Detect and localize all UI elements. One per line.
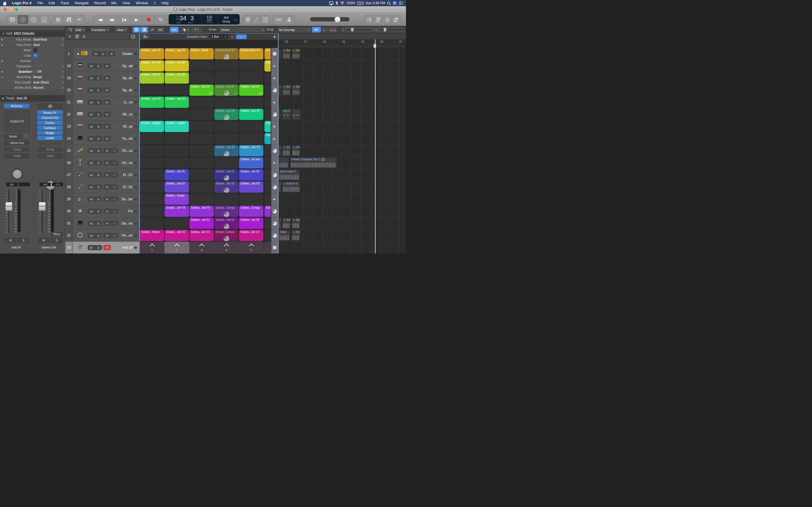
loop-cell[interactable]: Solaris...rds 02 <box>214 169 239 180</box>
empty-cell-slot[interactable] <box>140 145 164 156</box>
lcd-tempo[interactable]: 122 KEEP TEMPO <box>202 14 218 24</box>
apple-menu[interactable] <box>0 1 9 5</box>
track-input-monitor-button[interactable]: I <box>110 209 117 214</box>
cell-inspector-header[interactable]: ▼ Cell: MIDI Defaults <box>0 31 65 37</box>
track-solo-button[interactable]: S <box>95 88 102 93</box>
cell-play-mode-row[interactable]: ▶Play Mode:Start/Stop▴▾ <box>0 37 65 42</box>
loop-cell[interactable]: Solaris...peggio <box>140 121 164 132</box>
arrange-region[interactable]: ◇ Sol <box>282 145 291 156</box>
lcd-position[interactable]: 034 3 BARBEAT <box>168 14 202 24</box>
track-record-button[interactable]: R <box>104 173 110 177</box>
track-header[interactable]: 21MSRLi...ss <box>65 96 139 108</box>
track-mute-button[interactable]: M <box>88 209 95 214</box>
empty-cell-slot[interactable] <box>190 169 214 180</box>
lcd-mode-chevron[interactable] <box>235 14 238 24</box>
grid-divider-cell[interactable] <box>271 217 278 230</box>
loop-cell[interactable]: Solaris...rds 01 <box>214 84 239 96</box>
arrange-region[interactable]: ◇ Sol <box>282 48 291 59</box>
track-record-button[interactable]: R <box>104 124 110 129</box>
close-window-button[interactable] <box>4 8 7 11</box>
track-mute-button[interactable]: M <box>88 173 95 177</box>
arrange-region[interactable]: ◇ Sol <box>292 145 300 156</box>
arrange-track-lane[interactable] <box>278 60 406 72</box>
cell-transpose-row[interactable]: Transpose:▴▾ <box>0 64 65 69</box>
track-record-button[interactable]: R <box>104 221 110 226</box>
empty-cell-slot[interactable] <box>264 109 271 120</box>
cell-progress-icon[interactable] <box>273 209 277 214</box>
track-record-button[interactable]: R <box>104 161 110 165</box>
fader-right[interactable]: 0-3-6-9-12-15-18-21-24-30-35-40-45-50-60… <box>38 189 54 233</box>
scene-speaker-icon[interactable]: ◀▷ <box>273 125 276 128</box>
spotlight-icon[interactable] <box>387 1 391 5</box>
track-header[interactable]: 28MSRIEl...02 <box>65 181 139 193</box>
arrange-region[interactable]: l <box>278 218 281 229</box>
grid-edit-mode-button[interactable]: R <box>141 34 150 39</box>
empty-cell-slot[interactable] <box>214 133 239 144</box>
track-header[interactable]: 22MSRMi...zz <box>65 108 139 121</box>
arrange-region[interactable]: l <box>278 145 281 156</box>
empty-plugin-slot[interactable] <box>37 141 63 145</box>
notification-center-icon[interactable] <box>399 1 403 5</box>
scene-speaker-icon[interactable]: ◀▷ <box>273 137 276 140</box>
menu-item-edit[interactable]: Edit <box>46 1 58 5</box>
loop-cell[interactable]: Solaris...ser FX <box>165 206 189 217</box>
solo-button[interactable]: S <box>261 15 269 24</box>
plugin-slot-button[interactable]: SubBass <box>37 126 63 130</box>
track-record-button[interactable]: R <box>104 112 110 117</box>
empty-cell-slot[interactable] <box>140 133 164 144</box>
cell-progress-icon[interactable] <box>273 173 277 177</box>
airplay-icon[interactable] <box>329 1 334 5</box>
note-pads-button[interactable] <box>374 15 383 24</box>
loop-cell[interactable]: Solaris...rds 02 <box>165 181 189 193</box>
cell-play-from-row[interactable]: ▶Play From:Start▴▾ <box>0 42 65 48</box>
fader-thumb[interactable] <box>39 202 45 211</box>
menu-item-navigate[interactable]: Navigate <box>72 1 91 5</box>
track-inspector-header[interactable]: ▶ Track: Inst 24 <box>0 95 65 101</box>
cell-stop-icon[interactable] <box>273 52 276 55</box>
track-input-monitor-button[interactable]: I <box>110 185 117 189</box>
track-record-button[interactable]: R <box>104 209 110 214</box>
track-solo-button[interactable]: S <box>95 185 102 189</box>
track-header-config-button[interactable] <box>129 34 137 40</box>
menu-item-help[interactable]: Help <box>158 1 171 5</box>
loop-cell[interactable]: Solaris...ass 01 <box>239 109 263 120</box>
loop-checkbox[interactable] <box>33 54 38 58</box>
track-record-enable-dot[interactable] <box>135 198 137 201</box>
minimize-window-button[interactable] <box>9 8 12 11</box>
loop-cell[interactable]: Solaris...rds 01 <box>190 218 214 229</box>
grid-divider-cell[interactable] <box>271 181 278 193</box>
quantize-start-value[interactable]: 1 Bar▴▾ <box>210 34 227 39</box>
grid-divider-cell[interactable]: ◀▷ <box>271 72 278 84</box>
empty-cell-slot[interactable] <box>140 193 164 205</box>
loop-cell[interactable]: Solaris...himes <box>140 230 164 241</box>
arrange-track-lane[interactable]: ◇ Sol◇ Sol <box>278 48 406 60</box>
loop-cell[interactable]: Solaris...ker 01 <box>190 230 214 241</box>
cell-progress-icon[interactable] <box>273 233 277 238</box>
empty-cell-slot[interactable] <box>239 121 263 132</box>
loop-cell[interactable]: Solaris...Conga <box>214 206 239 217</box>
track-solo-button[interactable]: S <box>95 233 102 238</box>
loop-cell-clipped[interactable]: Sol <box>264 48 271 59</box>
track-input-monitor-button[interactable]: I <box>110 149 117 153</box>
arrange-region[interactable]: Solaris Chopped Vox.1OO <box>290 157 337 168</box>
track-solo-button[interactable]: S <box>95 100 102 105</box>
track-record-button[interactable]: R <box>104 136 110 141</box>
plugin-slot-button[interactable]: Multipr <box>37 131 63 135</box>
loop-cell[interactable]: Solaris...rds 03 <box>214 181 239 193</box>
menu-item-file[interactable]: File <box>35 1 46 5</box>
track-record-enable-dot[interactable] <box>135 162 137 164</box>
editors-button[interactable]: ✂ <box>74 15 85 24</box>
loop-cell[interactable]: Solaris...aps 01 <box>140 48 164 59</box>
record-button[interactable] <box>143 15 155 24</box>
snap-value-menu[interactable]: Smart▴▾ <box>219 27 266 33</box>
loop-cell[interactable]: Solaris...th Pad <box>140 60 164 71</box>
track-solo-button[interactable]: S <box>95 76 102 80</box>
grid-divider-cell[interactable] <box>271 169 278 181</box>
plugin-slot-button[interactable]: Channel EQ <box>37 115 63 120</box>
plugin-slot-button[interactable]: Limiter <box>37 136 63 140</box>
loop-cell[interactable]: Solaris...Guitar <box>165 193 189 205</box>
menu-clock[interactable]: Sun 3:48 PM <box>366 1 385 5</box>
track-mute-button[interactable]: M <box>88 149 95 153</box>
track-name[interactable]: Sy...ds <box>111 76 135 80</box>
arrange-track-lane[interactable]: l◇ Sol◇ Sol <box>278 145 406 157</box>
